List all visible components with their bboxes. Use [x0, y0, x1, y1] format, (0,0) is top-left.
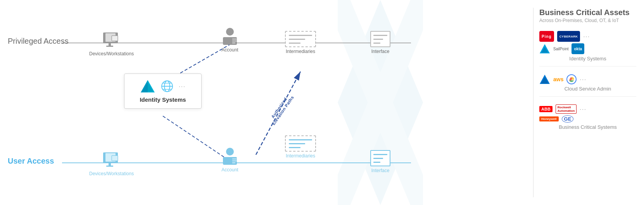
cloud-dots: ··· [580, 76, 587, 82]
priv-interface-label: Interface [371, 49, 390, 54]
user-interface-icon [370, 150, 390, 166]
priv-intermediaries-icon [285, 31, 316, 47]
ping-logo: Ping [539, 31, 554, 42]
identity-section: Ping CYBERARK ··· SailPoint okta Identit… [539, 31, 636, 62]
bcs-section-label: Business Critical Systems [539, 124, 636, 130]
user-devices-label: Devices/Workstations [89, 171, 134, 176]
divider-2 [539, 96, 636, 97]
bcs-logos-row2: Honeywell GE [539, 115, 636, 123]
sailpoint-icon [539, 44, 550, 54]
svg-point-33 [226, 148, 234, 155]
privileged-access-label: Privileged Access [8, 37, 69, 46]
panel-separator [533, 8, 534, 197]
cyberark-logo: CYBERARK [557, 31, 580, 42]
priv-devices-label: Devices/Workstations [89, 51, 134, 56]
azure-icon [539, 74, 550, 84]
identity-section-label: Identity Systems [539, 56, 636, 62]
bcs-dots: ··· [580, 106, 587, 112]
priv-interface-icon [370, 31, 390, 47]
user-devices-icon [101, 150, 123, 169]
svg-marker-21 [141, 80, 148, 92]
identity-dots: ··· [179, 83, 186, 89]
svg-rect-11 [106, 46, 113, 47]
user-intermediaries-icon [285, 135, 316, 152]
svg-rect-32 [112, 156, 117, 161]
identity-systems-box: ··· Identity Systems [124, 73, 202, 109]
cloud-logos-row: aws ··· [539, 74, 636, 84]
svg-rect-29 [109, 163, 111, 166]
user-account-icon [219, 146, 241, 166]
right-panel-title: Business Critical Assets [539, 8, 636, 17]
svg-rect-30 [106, 166, 113, 167]
rockwell-logo: RockwellAutomation [556, 104, 577, 114]
network-icon [159, 79, 175, 93]
sailpoint-label: SailPoint [553, 47, 568, 51]
priv-devices-node: Devices/Workstations [89, 30, 134, 56]
diagram-lines [0, 0, 535, 205]
user-intermediaries-node: Intermediaries [285, 135, 316, 159]
user-interface-node: Interface [370, 150, 390, 173]
priv-interface-node: Interface [370, 31, 390, 54]
gcp-icon [566, 74, 577, 84]
user-account-label: Account [221, 167, 238, 173]
priv-intermediaries-label: Intermediaries [286, 49, 315, 54]
bcs-logos-row1: ABB RockwellAutomation ··· [539, 104, 636, 114]
cloud-section-label: Cloud Service Admin [539, 86, 636, 92]
identity-box-label: Identity Systems [140, 96, 186, 103]
main-container: Privileged Access User Access Devices/Wo… [0, 0, 644, 205]
identity-icons-row: ··· [140, 79, 186, 93]
priv-account-node: Account [219, 26, 241, 53]
user-devices-node: Devices/Workstations [89, 150, 134, 176]
right-panel: Business Critical Assets Across On-Premi… [535, 0, 644, 205]
priv-devices-icon [101, 30, 123, 50]
identity-logos-row2: SailPoint okta [539, 43, 636, 54]
abb-logo: ABB [539, 106, 552, 112]
svg-rect-10 [109, 43, 111, 46]
aws-logo: aws [553, 76, 563, 82]
user-interface-label: Interface [371, 168, 390, 173]
priv-intermediaries-node: Intermediaries [285, 31, 316, 54]
honeywell-logo: Honeywell [539, 116, 559, 121]
user-account-node: Account [219, 146, 241, 173]
ge-logo: GE [562, 115, 574, 123]
divider-1 [539, 66, 636, 67]
priv-account-label: Account [221, 47, 238, 53]
svg-point-14 [226, 28, 234, 36]
user-intermediaries-label: Intermediaries [286, 153, 315, 159]
priv-account-icon [219, 26, 241, 46]
okta-logo: okta [571, 43, 584, 54]
identity-section-dots: ··· [583, 33, 590, 39]
svg-rect-13 [112, 36, 117, 41]
pyramid-icon-1 [140, 79, 155, 93]
user-access-label: User Access [8, 157, 54, 166]
right-panel-subtitle: Across On-Premises, Cloud, OT, & IoT [539, 18, 636, 23]
diagram-area: Privileged Access User Access Devices/Wo… [0, 0, 535, 205]
identity-logos-row: Ping CYBERARK ··· [539, 31, 636, 42]
bcs-section: ABB RockwellAutomation ··· Honeywell GE … [539, 104, 636, 130]
elevation-label: Authorized Elevation Paths [267, 92, 295, 126]
cloud-section: aws ··· Cloud Service Admin [539, 74, 636, 92]
